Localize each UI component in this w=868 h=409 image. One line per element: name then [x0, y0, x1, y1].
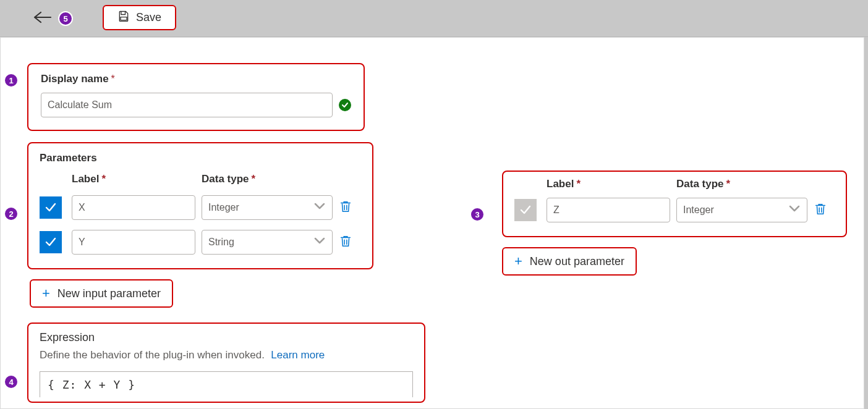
- plus-icon: +: [514, 255, 522, 268]
- delete-param-button[interactable]: [339, 200, 364, 216]
- param-type-select[interactable]: [676, 198, 807, 222]
- param-label-input[interactable]: [547, 198, 670, 222]
- callout-badge-1-label: 1: [9, 76, 13, 85]
- display-name-section: Display name *: [27, 63, 365, 131]
- callout-badge-2-label: 2: [9, 209, 13, 219]
- callout-badge-3-label: 3: [475, 210, 479, 219]
- callout-badge-5: 5: [58, 11, 73, 26]
- expression-learn-more-link[interactable]: Learn more: [271, 349, 325, 361]
- col-header-label: Label*: [72, 173, 195, 185]
- display-name-input[interactable]: [41, 93, 333, 117]
- required-indicator: *: [726, 178, 731, 190]
- save-icon: [117, 10, 130, 25]
- col-header-type: Data type*: [202, 173, 333, 185]
- back-button[interactable]: [33, 10, 52, 27]
- callout-badge-5-label: 5: [63, 14, 67, 23]
- delete-param-button[interactable]: [814, 202, 838, 218]
- add-output-parameter-button[interactable]: + New out parameter: [502, 247, 637, 276]
- param-type-select[interactable]: [202, 195, 333, 220]
- required-indicator: *: [252, 173, 256, 185]
- callout-badge-3: 3: [470, 207, 485, 222]
- param-checkbox[interactable]: [40, 231, 62, 253]
- required-indicator: *: [576, 178, 581, 190]
- param-label-input[interactable]: [72, 195, 195, 220]
- callout-badge-4: 4: [4, 374, 19, 389]
- output-parameters-section: Label* Data type*: [502, 171, 847, 237]
- callout-badge-4-label: 4: [9, 377, 13, 387]
- input-parameters-section: Parameters Label* Data type*: [27, 142, 373, 269]
- col-header-type: Data type*: [676, 178, 807, 190]
- delete-param-button[interactable]: [339, 234, 364, 250]
- save-button[interactable]: Save: [103, 5, 176, 30]
- add-input-parameter-button[interactable]: + New input parameter: [30, 279, 173, 308]
- required-indicator: *: [111, 74, 115, 85]
- expression-value: { Z: X + Y }: [48, 378, 135, 391]
- col-header-label: Label*: [547, 178, 670, 190]
- param-checkbox[interactable]: [514, 199, 537, 221]
- callout-badge-2: 2: [4, 206, 19, 221]
- display-name-title: Display name: [41, 73, 109, 85]
- add-output-parameter-label: New out parameter: [530, 255, 624, 268]
- expression-desc: Define the behavior of the plug-in when …: [40, 349, 265, 361]
- required-indicator: *: [101, 173, 106, 185]
- expression-value-box[interactable]: { Z: X + Y }: [40, 371, 413, 397]
- param-checkbox[interactable]: [40, 196, 62, 219]
- param-type-select[interactable]: [202, 230, 333, 255]
- save-button-label: Save: [136, 11, 161, 24]
- expression-section: Expression Define the behavior of the pl…: [27, 323, 425, 403]
- expression-title: Expression: [40, 331, 413, 344]
- plus-icon: +: [42, 287, 50, 300]
- callout-badge-1: 1: [4, 73, 19, 88]
- parameters-title: Parameters: [40, 152, 97, 164]
- param-label-input[interactable]: [72, 230, 195, 255]
- add-input-parameter-label: New input parameter: [57, 287, 161, 300]
- valid-check-icon: [339, 99, 351, 111]
